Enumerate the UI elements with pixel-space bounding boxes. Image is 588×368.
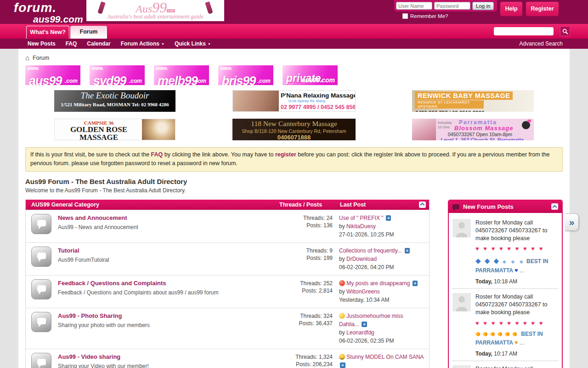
subnav-forum-actions[interactable]: Forum Actions▼ xyxy=(121,40,164,47)
aus99-banner[interactable]: Aus99.com Australia's best adult enterta… xyxy=(86,0,224,21)
login-button[interactable]: Log in xyxy=(472,2,494,10)
sidebar-post[interactable]: Roster for Monday call 0450723267 045073… xyxy=(452,361,558,368)
forum-speech-bubble-icon xyxy=(31,279,51,299)
forum-link[interactable]: Aus99 - Photo Sharing xyxy=(58,312,122,319)
last-post-title-link[interactable]: Stunny MODEL On CAM SANA xyxy=(345,354,424,360)
remember-me-checkbox[interactable] xyxy=(402,13,408,19)
forum-stats: Threads: 252 Posts: 2,814 xyxy=(281,279,333,304)
faq-link[interactable]: FAQ xyxy=(151,151,163,158)
flame-emoji-icon xyxy=(475,331,481,337)
register-button[interactable]: Register xyxy=(526,2,559,16)
subnav-faq[interactable]: FAQ xyxy=(66,40,77,47)
goto-last-post-icon[interactable]: » xyxy=(405,248,410,253)
last-post-cell: Justsomehourhoe miss Dahlia... » by Leon… xyxy=(333,312,424,345)
breadcrumb-forum-link[interactable]: Forum xyxy=(33,55,49,61)
flame-emoji-icon xyxy=(504,331,510,337)
collapse-icon[interactable] xyxy=(551,203,558,210)
last-post-title-link[interactable]: Use of " PREFIX " xyxy=(339,215,385,221)
tab-whats-new[interactable]: What's New? xyxy=(26,26,69,39)
help-button[interactable]: Help xyxy=(500,2,522,16)
dotcom-badge: .com xyxy=(167,9,175,12)
goto-last-post-icon[interactable]: » xyxy=(340,362,345,368)
ad-blossom-massage[interactable]: everyday 10 Girls Parramatta Blossom Mas… xyxy=(412,119,534,140)
banner-title: Aus99.com xyxy=(86,0,224,15)
sidebar-expand-button[interactable]: » xyxy=(565,213,579,231)
logo-bris99[interactable]: www. bris99 .com xyxy=(218,65,273,85)
password-field[interactable] xyxy=(434,2,470,10)
forum-stats: Threads: 324 Posts: 36,437 xyxy=(281,312,333,345)
ad-golden-rose-massage[interactable]: CAMPSIE 36 GOLDEN ROSE MASSAGE 36 NORTH … xyxy=(54,119,175,140)
last-post-date: 06-02-2026, 02:35 PM xyxy=(339,337,424,345)
collapse-icon[interactable] xyxy=(419,201,426,208)
logo-private-aus99[interactable]: private. aus99.com xyxy=(283,65,338,85)
logo-syd99[interactable]: www. syd99 .com xyxy=(90,65,145,85)
subnav-new-posts[interactable]: New Posts xyxy=(28,40,56,47)
forum-stats: Threads: 1,324 Posts: 206,234 xyxy=(281,353,333,368)
goto-last-post-icon[interactable]: » xyxy=(413,281,418,286)
sidebar-post[interactable]: Roster for Monday call 0450723267 045073… xyxy=(452,215,558,289)
advanced-search-link[interactable]: Advanced Search xyxy=(519,40,563,47)
speech-bubble-icon xyxy=(452,204,459,209)
logo-line2: aus99.com xyxy=(33,14,83,24)
forum-link[interactable]: Feedback / Questions and Complaints xyxy=(58,280,166,287)
login-panel: Log in xyxy=(394,0,497,12)
forum-description: Sharing your Video with our member! xyxy=(58,363,281,368)
logo-aus99[interactable]: www. aus99 .com xyxy=(25,65,80,85)
forum-row-feedback: Feedback / Questions and Complaints Feed… xyxy=(26,275,429,308)
ad-renwick-massage[interactable]: RENWICK BABY MASSAGE RENWICK ST LEICHHAR… xyxy=(412,90,534,112)
logo-melb99[interactable]: www. melb99 .com xyxy=(154,65,209,85)
page-content: ⌂ Forum www. aus99 .com www. syd99 .com … xyxy=(18,49,570,368)
ad-118-canterbury-massage[interactable]: 118 New Canterbury Massage Shop B/118-12… xyxy=(232,119,356,140)
heart-emoji-row: ♥ ♥ ♥ ♥ ♥ ♥ ♥ ♥ ♥ xyxy=(475,245,544,252)
forum-link[interactable]: Tutorial xyxy=(58,247,79,254)
forum-link[interactable]: Aus99 - Video sharing xyxy=(58,353,120,360)
avatar xyxy=(452,293,471,311)
tab-forum[interactable]: Forum xyxy=(70,26,107,39)
angry-emoji-icon xyxy=(339,280,345,286)
search-button[interactable] xyxy=(560,26,570,36)
sidebar-post[interactable]: Roster for Monday call 0450723267 045073… xyxy=(452,289,558,361)
site-header: forum. aus99.com Aus99.com Australia's b… xyxy=(0,0,588,24)
forum-speech-bubble-icon xyxy=(31,312,51,332)
breadcrumb: ⌂ Forum xyxy=(25,54,563,61)
forum-row-news: News and Annoucement Aus99 - News and An… xyxy=(26,210,429,242)
author-link[interactable]: NikitaDuesy xyxy=(346,223,376,230)
ad-badge: everyday 10 Girls xyxy=(438,121,452,130)
author-link[interactable]: WiltonGreens xyxy=(346,288,380,295)
subnav-bar: New Posts FAQ Calendar Forum Actions▼ Qu… xyxy=(0,39,588,49)
ad-photo xyxy=(233,91,279,111)
subnav-calendar[interactable]: Calendar xyxy=(87,40,110,47)
flame-emoji-icon xyxy=(490,331,496,337)
avatar xyxy=(452,219,471,237)
ad-photo xyxy=(142,119,175,140)
goto-last-post-icon[interactable]: » xyxy=(386,215,391,221)
site-logo[interactable]: forum. aus99.com xyxy=(14,1,83,24)
last-post-title-link[interactable]: My posts are disappearng xyxy=(345,280,412,287)
goto-last-post-icon[interactable]: » xyxy=(362,322,367,327)
home-icon[interactable]: ⌂ xyxy=(25,54,29,61)
orange-heart-icon: ♥ xyxy=(514,339,518,346)
banner-tagline: Australia's best adult entertainment gui… xyxy=(86,13,224,20)
page-title: Aus99 Forum - The Best Australia Adult D… xyxy=(25,178,563,185)
register-link[interactable]: register xyxy=(275,151,296,158)
first-visit-notice: If this is your first visit, be sure to … xyxy=(25,147,563,172)
ad-exotic-boudoir[interactable]: The Exotic Boudoir 1/521 Military Road, … xyxy=(54,90,175,112)
forum-stats: Threads: 9 Posts: 199 xyxy=(281,247,333,271)
chevron-down-icon: ▼ xyxy=(161,42,164,46)
ad-pnana-massage[interactable]: P'Nana Relaxing Massage 11/36 Sydney Rd.… xyxy=(232,90,356,112)
search-input[interactable] xyxy=(494,27,554,35)
forum-link[interactable]: News and Annoucement xyxy=(58,214,127,221)
blue-heart-icon: ♥ xyxy=(514,267,518,274)
text-segment: ... xyxy=(518,267,524,274)
last-post-title-link[interactable]: Collections of frequently... xyxy=(339,247,404,254)
forum-list: AUS99 General Category Threads / Posts L… xyxy=(25,200,430,368)
last-post-title-link[interactable]: Justsomehourhoe miss Dahlia... xyxy=(339,313,403,328)
category-title: AUS99 General Category xyxy=(29,201,279,208)
author-link[interactable]: Leonardfdg xyxy=(346,329,374,336)
forum-speech-bubble-icon xyxy=(31,214,51,234)
subnav-quick-links[interactable]: Quick Links▼ xyxy=(175,40,211,47)
author-link[interactable]: DrDownload xyxy=(346,256,377,262)
tab-bar: What's New? Forum xyxy=(0,24,588,39)
username-field[interactable] xyxy=(396,2,432,10)
post-emoji-line: BEST IN PARRAMATTA ♥ ... xyxy=(475,330,558,347)
